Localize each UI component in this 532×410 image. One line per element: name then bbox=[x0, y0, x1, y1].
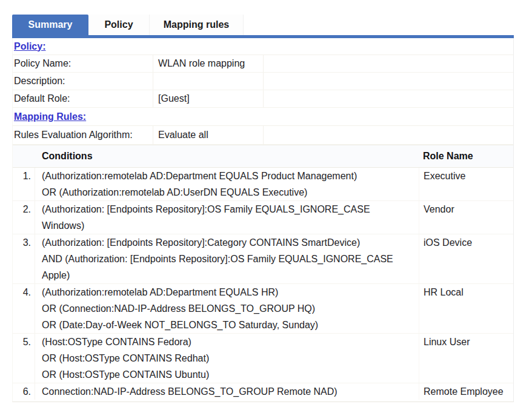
condition-line: (Authorization:remotelab AD:Department E… bbox=[42, 168, 419, 184]
rule-role-name: Executive bbox=[419, 168, 513, 200]
rules-evaluation-algorithm-value: Evaluate all bbox=[153, 126, 264, 144]
description-row: Description: bbox=[13, 73, 513, 90]
rule-conditions: (Authorization:remotelab AD:Department E… bbox=[35, 284, 419, 333]
condition-line: (Host:OSType CONTAINS Fedora) bbox=[42, 334, 419, 350]
rule-role-name: Linux User bbox=[419, 334, 513, 383]
rule-conditions: (Host:OSType CONTAINS Fedora) OR (Host:O… bbox=[35, 334, 419, 383]
row-spacer bbox=[264, 126, 513, 144]
rules-table-header: Conditions Role Name bbox=[13, 145, 513, 168]
rule-number: 1. bbox=[13, 168, 35, 200]
condition-line: OR (Host:OSType CONTAINS Redhat) bbox=[42, 350, 419, 366]
condition-line: OR (Host:OSType CONTAINS Ubuntu) bbox=[42, 366, 419, 383]
rule-row-4: 4. (Authorization:remotelab AD:Departmen… bbox=[13, 284, 513, 334]
mapping-rules-heading-row: Mapping Rules: bbox=[13, 108, 513, 126]
rules-evaluation-algorithm-label: Rules Evaluation Algorithm: bbox=[13, 126, 153, 144]
rule-number: 4. bbox=[13, 284, 35, 333]
condition-line: OR (Connection:NAD-IP-Address BELONGS_TO… bbox=[42, 300, 419, 317]
condition-line: Apple) bbox=[42, 267, 419, 283]
rule-number: 5. bbox=[13, 334, 35, 383]
summary-page: Summary Policy Mapping rules Policy: Pol… bbox=[0, 0, 532, 402]
row-spacer bbox=[264, 90, 513, 107]
rule-number: 6. bbox=[13, 383, 35, 400]
policy-name-value: WLAN role mapping bbox=[153, 55, 264, 72]
policy-name-row: Policy Name: WLAN role mapping bbox=[13, 55, 513, 73]
rule-number: 2. bbox=[13, 201, 35, 234]
tab-mapping-rules[interactable]: Mapping rules bbox=[150, 15, 244, 35]
condition-line: AND (Authorization: [Endpoints Repositor… bbox=[42, 251, 419, 267]
default-role-label: Default Role: bbox=[13, 90, 153, 107]
tab-bar: Summary Policy Mapping rules bbox=[12, 15, 514, 35]
policy-summary-frame: Summary Policy Mapping rules Policy: Pol… bbox=[12, 15, 514, 402]
mapping-rules-section-link[interactable]: Mapping Rules: bbox=[14, 111, 86, 122]
rule-number: 3. bbox=[13, 234, 35, 283]
condition-line: OR (Authorization:remotelab AD:UserDN EQ… bbox=[42, 184, 419, 200]
rule-conditions: Connection:NAD-IP-Address BELONGS_TO_GRO… bbox=[35, 383, 419, 400]
rule-row-2: 2. (Authorization: [Endpoints Repository… bbox=[13, 201, 513, 234]
rule-role-name: HR Local bbox=[419, 284, 513, 333]
tab-policy[interactable]: Policy bbox=[88, 15, 150, 35]
summary-content: Policy: Policy Name: WLAN role mapping D… bbox=[12, 38, 514, 402]
condition-line: (Authorization: [Endpoints Repository]:C… bbox=[42, 234, 419, 251]
role-name-column-header: Role Name bbox=[419, 151, 513, 162]
row-spacer bbox=[264, 73, 513, 90]
conditions-column-header: Conditions bbox=[35, 151, 419, 162]
rule-row-6: 6. Connection:NAD-IP-Address BELONGS_TO_… bbox=[13, 383, 513, 402]
policy-section-link[interactable]: Policy: bbox=[14, 41, 45, 52]
rule-role-name: Vendor bbox=[419, 201, 513, 234]
condition-line: OR (Date:Day-of-Week NOT_BELONGS_TO Satu… bbox=[42, 317, 419, 333]
rule-row-3: 3. (Authorization: [Endpoints Repository… bbox=[13, 234, 513, 284]
rules-evaluation-algorithm-row: Rules Evaluation Algorithm: Evaluate all bbox=[13, 126, 513, 145]
description-label: Description: bbox=[13, 73, 153, 90]
rule-row-1: 1. (Authorization:remotelab AD:Departmen… bbox=[13, 168, 513, 201]
condition-line: (Authorization:remotelab AD:Department E… bbox=[42, 284, 419, 300]
tab-summary[interactable]: Summary bbox=[12, 15, 88, 35]
rule-conditions: (Authorization: [Endpoints Repository]:C… bbox=[35, 234, 419, 283]
policy-name-label: Policy Name: bbox=[13, 55, 153, 72]
rule-conditions: (Authorization:remotelab AD:Department E… bbox=[35, 168, 419, 200]
condition-line: Windows) bbox=[42, 217, 419, 234]
rule-role-name: Remote Employee bbox=[419, 383, 513, 400]
rule-conditions: (Authorization: [Endpoints Repository]:O… bbox=[35, 201, 419, 234]
condition-line: Connection:NAD-IP-Address BELONGS_TO_GRO… bbox=[42, 383, 419, 400]
description-value bbox=[153, 73, 264, 90]
default-role-value: [Guest] bbox=[153, 90, 264, 107]
rule-role-name: iOS Device bbox=[419, 234, 513, 283]
default-role-row: Default Role: [Guest] bbox=[13, 90, 513, 108]
condition-line: (Authorization: [Endpoints Repository]:O… bbox=[42, 201, 419, 217]
rule-row-5: 5. (Host:OSType CONTAINS Fedora) OR (Hos… bbox=[13, 334, 513, 383]
row-spacer bbox=[264, 55, 513, 72]
policy-heading-row: Policy: bbox=[13, 38, 513, 55]
